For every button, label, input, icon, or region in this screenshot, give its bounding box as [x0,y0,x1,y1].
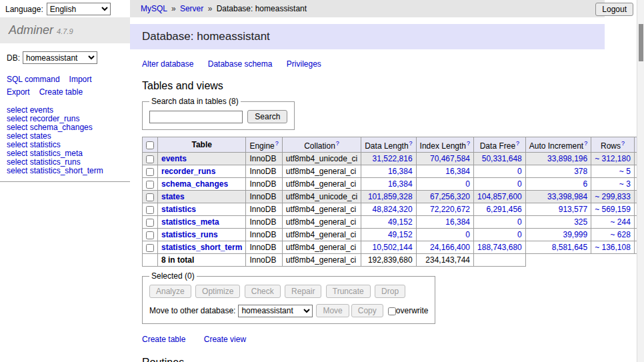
rows-count-link[interactable]: ~ 3 [619,179,631,189]
logout-button[interactable]: Logout [595,3,633,16]
index-length-link[interactable]: 0 [465,230,470,239]
data-free-link[interactable]: 188,743,680 [477,243,522,252]
scrollbar-thumb[interactable] [639,24,643,61]
rows-count-link[interactable]: ~ 312,180 [595,154,631,163]
index-length-link[interactable]: 0 [465,179,470,189]
row-checkbox[interactable] [146,181,154,189]
row-checkbox[interactable] [146,193,154,201]
rows-count-link[interactable]: ~ 136,108 [595,243,631,252]
create-table-link[interactable]: Create table [39,87,83,97]
rows-count-link[interactable]: ~ 5 [619,167,631,176]
scrollbar[interactable] [637,0,644,362]
db-select[interactable]: homeassistant [23,51,97,64]
rows-count-link[interactable]: ~ 628 [611,230,631,239]
analyze-button[interactable]: Analyze [149,285,191,298]
data-free-link[interactable]: 104,857,600 [477,192,522,201]
create-view-link[interactable]: Create view [204,335,246,344]
data-length-link[interactable]: 48,824,320 [373,205,413,214]
data-free-link[interactable]: 50,331,648 [482,154,522,163]
data-length-link[interactable]: 16,384 [388,179,413,189]
repair-button[interactable]: Repair [285,285,321,298]
table-link[interactable]: states [161,192,185,201]
auto-increment-link[interactable]: 6 [583,179,587,189]
index-length-link[interactable]: 16,384 [445,167,470,176]
search-button[interactable]: Search [247,110,287,123]
column-header-data-length[interactable]: Data Length? [361,137,416,153]
auto-increment-link[interactable]: 33,898,196 [547,154,587,163]
breadcrumb-server-link[interactable]: Server [180,4,203,13]
auto-increment-link[interactable]: 378 [574,167,587,176]
table-link[interactable]: schema_changes [161,179,228,189]
sidebar-table-link-statistics-short-term[interactable]: select statistics_short_term [7,167,123,175]
copy-button[interactable]: Copy [351,304,383,317]
drop-button[interactable]: Drop [375,285,405,298]
auto-increment-link[interactable]: 8,581,645 [552,243,587,252]
index-length-link[interactable]: 16,384 [445,217,470,227]
import-link[interactable]: Import [69,75,92,84]
table-link[interactable]: events [161,154,187,163]
overwrite-checkbox[interactable] [388,307,396,315]
rows-count-link[interactable]: ~ 569,159 [595,205,631,214]
auto-increment-link[interactable]: 33,398,984 [547,192,587,201]
database-schema-link[interactable]: Database schema [208,59,273,69]
search-input[interactable] [149,111,243,123]
help-link[interactable]: ? [467,140,470,147]
help-link[interactable]: ? [516,140,519,147]
help-link[interactable]: ? [336,140,339,147]
help-link[interactable]: ? [275,140,279,147]
data-length-link[interactable]: 16,384 [388,167,413,176]
column-header-auto-increment[interactable]: Auto Increment? [525,137,591,153]
data-length-link[interactable]: 49,152 [388,230,413,239]
breadcrumb-mysql-link[interactable]: MySQL [141,4,167,13]
language-select[interactable]: English [47,3,111,15]
data-free-link[interactable]: 6,291,456 [486,205,521,214]
auto-increment-link[interactable]: 325 [574,217,587,227]
row-checkbox[interactable] [146,231,154,239]
index-length-link[interactable]: 72,220,672 [430,205,470,214]
data-length-link[interactable]: 10,502,144 [373,243,413,252]
privileges-link[interactable]: Privileges [287,59,321,69]
table-link[interactable]: statistics_runs [161,230,218,239]
column-header-engine[interactable]: Engine? [246,137,282,153]
row-checkbox[interactable] [146,219,154,227]
index-length-link[interactable]: 24,166,400 [430,243,470,252]
truncate-button[interactable]: Truncate [326,285,371,298]
row-checkbox[interactable] [146,206,154,214]
column-header-rows[interactable]: Rows? [591,137,635,153]
table-link[interactable]: statistics [161,205,196,214]
table-link[interactable]: statistics_short_term [161,243,242,252]
auto-increment-link[interactable]: 39,999 [563,230,587,239]
help-link[interactable]: ? [621,140,625,147]
index-length-link[interactable]: 70,467,584 [430,154,470,163]
index-length-link[interactable]: 67,256,320 [430,192,470,201]
data-length-link[interactable]: 31,522,816 [373,154,413,163]
table-link[interactable]: recorder_runs [161,167,215,176]
data-free-link[interactable]: 0 [517,179,522,189]
move-db-select[interactable]: homeassistant [238,305,313,317]
data-free-link[interactable]: 0 [517,167,522,176]
row-checkbox[interactable] [146,244,154,252]
row-checkbox[interactable] [146,155,154,163]
alter-database-link[interactable]: Alter database [142,59,193,69]
move-button[interactable]: Move [316,304,349,317]
column-header-data-free[interactable]: Data Free? [474,137,526,153]
column-header-collation[interactable]: Collation? [282,137,361,153]
row-checkbox[interactable] [146,168,154,176]
table-link[interactable]: statistics_meta [161,217,219,227]
rows-count-link[interactable]: ~ 244 [611,217,631,227]
data-length-link[interactable]: 101,859,328 [368,192,413,201]
create-table-link-main[interactable]: Create table [142,335,185,344]
select-all-checkbox[interactable] [146,141,154,149]
column-header-table[interactable]: Table [158,137,246,153]
check-button[interactable]: Check [245,285,281,298]
column-header-index-length[interactable]: Index Length? [416,137,473,153]
data-free-link[interactable]: 0 [517,217,522,227]
sql-command-link[interactable]: SQL command [7,75,60,84]
rows-count-link[interactable]: ~ 299,833 [595,192,631,201]
auto-increment-link[interactable]: 913,577 [559,205,587,214]
export-link[interactable]: Export [7,87,30,97]
optimize-button[interactable]: Optimize [195,285,240,298]
help-link[interactable]: ? [409,140,413,147]
data-length-link[interactable]: 49,152 [388,217,413,227]
help-link[interactable]: ? [584,140,587,147]
